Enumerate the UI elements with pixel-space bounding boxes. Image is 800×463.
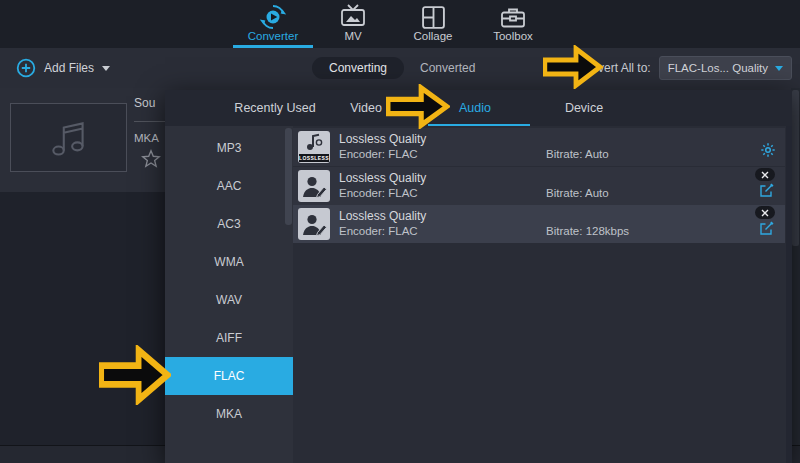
format-item-mka[interactable]: MKA: [165, 395, 293, 433]
settings-gear-icon[interactable]: [760, 142, 776, 162]
format-item-aiff[interactable]: AIFF: [165, 319, 293, 357]
convert-all-label: Convert All to:: [576, 61, 651, 75]
profile-title: Lossless Quality: [339, 209, 426, 223]
close-icon[interactable]: [755, 168, 775, 181]
profile-bitrate: Bitrate: Auto: [546, 148, 609, 160]
tab-converter-label: Converter: [233, 30, 313, 42]
tab-video[interactable]: Video: [350, 90, 382, 126]
profile-encoder: Encoder: FLAC: [339, 225, 418, 237]
tab-toolbox[interactable]: Toolbox: [473, 0, 553, 48]
format-item-aac[interactable]: AAC: [165, 167, 293, 205]
music-note-icon: [46, 117, 92, 159]
annotation-arrow-flac: [99, 345, 171, 405]
profile-encoder: Encoder: FLAC: [339, 187, 418, 199]
panel-tab-bar: Recently Used Video Audio Device: [165, 90, 792, 126]
format-item-mp3[interactable]: MP3: [165, 129, 293, 167]
collage-icon: [393, 3, 473, 31]
toolbox-icon: [473, 3, 553, 31]
tab-converter[interactable]: Converter: [233, 0, 313, 48]
format-item-wav[interactable]: WAV: [165, 281, 293, 319]
file-format-label: MKA: [134, 132, 159, 144]
file-thumbnail: [10, 103, 127, 172]
user-edit-icon: [298, 208, 330, 240]
tab-audio[interactable]: Audio: [459, 90, 491, 126]
profile-list-scrollbar[interactable]: [786, 126, 792, 463]
view-tabs: Converting Converted: [312, 48, 475, 88]
plus-circle-icon: [16, 58, 36, 78]
add-files-label: Add Files: [44, 61, 94, 75]
app-window: Converter MV: [0, 0, 800, 463]
tab-toolbox-label: Toolbox: [473, 30, 553, 42]
sidebar-scrollbar-thumb[interactable]: [285, 128, 292, 225]
close-icon[interactable]: [755, 206, 775, 219]
profile-bitrate: Bitrate: Auto: [546, 187, 609, 199]
chevron-down-icon: [775, 66, 783, 71]
tab-mv[interactable]: MV: [313, 0, 393, 48]
converter-icon: [233, 3, 313, 31]
tab-converting[interactable]: Converting: [312, 57, 404, 79]
edit-icon[interactable]: [759, 221, 774, 240]
tab-collage[interactable]: Collage: [393, 0, 473, 48]
tab-mv-label: MV: [313, 30, 393, 42]
convert-all-value: FLAC-Los... Quality: [668, 62, 768, 74]
edit-star-icon[interactable]: [140, 148, 162, 174]
profile-list: LOSSLESS Lossless Quality Encoder: FLAC …: [293, 126, 792, 463]
format-item-ac3[interactable]: AC3: [165, 205, 293, 243]
format-sidebar: MP3 AAC AC3 WMA WAV AIFF FLAC MKA: [165, 126, 293, 463]
profile-title: Lossless Quality: [339, 132, 426, 146]
profile-title: Lossless Quality: [339, 171, 426, 185]
tab-converted[interactable]: Converted: [420, 61, 475, 75]
scrollbar-thumb[interactable]: [792, 90, 799, 246]
add-files-button[interactable]: Add Files: [16, 48, 110, 88]
file-source-label: Sou: [134, 96, 155, 110]
lossless-badge-icon: LOSSLESS: [298, 131, 330, 163]
tab-recently-used[interactable]: Recently Used: [234, 90, 315, 126]
divider: [134, 121, 168, 122]
mv-icon: [313, 3, 393, 31]
profile-bitrate: Bitrate: 128kbps: [546, 225, 629, 237]
edit-icon[interactable]: [759, 183, 774, 202]
profile-encoder: Encoder: FLAC: [339, 148, 418, 160]
profile-row-lossless[interactable]: LOSSLESS Lossless Quality Encoder: FLAC …: [293, 128, 785, 166]
convert-all-dropdown[interactable]: FLAC-Los... Quality: [659, 56, 792, 80]
chevron-down-icon: [102, 66, 110, 71]
tab-device[interactable]: Device: [565, 90, 603, 126]
main-list-scrollbar[interactable]: [791, 88, 800, 445]
tab-collage-label: Collage: [393, 30, 473, 42]
user-edit-icon: [298, 170, 330, 202]
profile-row-custom-1[interactable]: Lossless Quality Encoder: FLAC Bitrate: …: [293, 167, 785, 205]
format-picker-panel: Recently Used Video Audio Device MP3 AAC…: [165, 90, 792, 463]
format-item-wma[interactable]: WMA: [165, 243, 293, 281]
convert-all-group: Convert All to: FLAC-Los... Quality: [576, 48, 792, 88]
top-nav-bar: Converter MV: [0, 0, 800, 48]
format-item-flac[interactable]: FLAC: [165, 357, 293, 395]
lossless-badge-text: LOSSLESS: [299, 154, 329, 162]
toolbar: Add Files Converting Converted Convert A…: [0, 48, 800, 88]
profile-row-custom-2[interactable]: Lossless Quality Encoder: FLAC Bitrate: …: [293, 205, 785, 243]
